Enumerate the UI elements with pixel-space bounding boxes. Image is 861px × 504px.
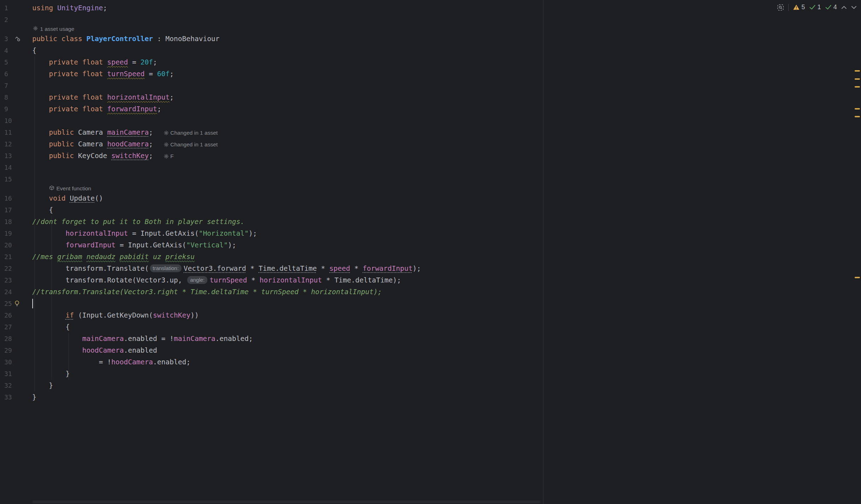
code-token: Camera [78,128,103,136]
stripe-warning-mark[interactable] [855,78,860,80]
warnings-count-item[interactable]: 5 [793,4,805,11]
line-number[interactable]: 7 [0,80,32,91]
code-token: { [66,323,70,331]
code-text[interactable]: hoodCamera.enabled [32,345,157,356]
code-token: .enabled [124,346,157,354]
code-text[interactable]: forwardInput = Input.GetAxis("Vertical")… [32,239,236,251]
inspections-scan-icon[interactable] [777,4,784,11]
code-line: 18//dont forget to put it to Both in pla… [0,216,861,228]
code-text[interactable]: private float horizontalInput; [32,91,174,103]
inlay-hint[interactable]: F [164,153,174,159]
line-number[interactable]: 4 [0,45,32,56]
code-text[interactable]: { [32,45,37,56]
line-number[interactable]: 20 [0,239,32,251]
line-number[interactable]: 5 [0,56,32,68]
code-token: PlayerController [86,35,153,43]
code-text[interactable]: } [32,391,37,403]
stripe-warning-mark[interactable] [855,116,860,117]
code-text[interactable]: } [32,380,53,391]
next-problem-button[interactable] [851,6,857,9]
code-token: private [49,93,78,101]
code-text[interactable]: } [32,368,70,380]
line-number[interactable]: 18 [0,216,32,228]
check-count-item-2[interactable]: 4 [825,4,837,11]
code-vision-hint[interactable]: 1 asset usage [33,26,74,33]
line-number[interactable]: 29 [0,345,32,356]
code-token: private [49,70,78,78]
inlay-hint[interactable]: Changed in 1 asset [164,130,218,136]
code-text[interactable]: public Camera mainCamera;Changed in 1 as… [32,127,218,138]
code-text[interactable]: public Camera hoodCamera;Changed in 1 as… [32,138,218,150]
line-number[interactable]: 22 [0,263,32,274]
stripe-warning-mark[interactable] [855,108,860,110]
code-line: 33} [0,391,861,403]
code-token: //mes [32,253,57,261]
code-text[interactable]: private float turnSpeed = 60f; [32,68,174,80]
line-number[interactable]: 31 [0,368,32,380]
code-token: horizontalInput [107,93,169,101]
line-number[interactable]: 2 [0,14,32,26]
code-text[interactable]: public KeyCode switchKey;F [32,150,174,162]
line-number[interactable]: 14 [0,162,32,173]
check-count-item-1[interactable]: 1 [809,4,821,11]
code-token: ; [149,128,153,136]
stripe-warning-mark[interactable] [855,70,860,72]
editor-lines: 1using UnityEngine;21 asset usage3public… [0,2,861,403]
line-number[interactable]: 16 [0,192,32,204]
stripe-warning-mark[interactable] [855,277,860,278]
line-number[interactable]: 23 [0,274,32,286]
code-token: ; [169,93,174,101]
code-text[interactable]: mainCamera.enabled = !mainCamera.enabled… [32,333,253,345]
line-number[interactable]: 12 [0,138,32,150]
code-text[interactable]: //transform.Translate(Vector3.right * Ti… [32,286,382,298]
code-text[interactable]: { [32,321,70,333]
previous-problem-button[interactable] [841,6,847,9]
code-token: uz [149,253,166,261]
code-text[interactable]: void Update() [32,192,103,204]
inlay-hint[interactable]: Changed in 1 asset [164,141,218,147]
line-number[interactable]: 1 [0,2,32,14]
line-number[interactable]: 33 [0,391,32,403]
override-icon[interactable] [14,35,21,42]
line-number[interactable]: 24 [0,286,32,298]
code-token: ); [393,276,401,284]
code-token: using [32,4,53,12]
code-text[interactable]: if (Input.GetKeyDown(switchKey)) [32,309,199,321]
line-number[interactable]: 19 [0,228,32,239]
code-text[interactable]: //dont forget to put it to Both in playe… [32,216,245,228]
line-number[interactable]: 8 [0,91,32,103]
line-number[interactable]: 15 [0,173,32,185]
code-text[interactable]: horizontalInput = Input.GetAxis("Horizon… [32,228,257,239]
divider [788,4,789,11]
line-number[interactable]: 6 [0,68,32,80]
stripe-warning-mark[interactable] [855,86,860,88]
code-text[interactable]: { [32,204,53,216]
line-number[interactable]: 11 [0,127,32,138]
code-token: forwardInput [66,241,116,249]
code-text[interactable]: public class PlayerController : MonoBeha… [32,33,219,45]
line-number[interactable]: 32 [0,380,32,391]
code-text[interactable]: using UnityEngine; [32,2,107,14]
code-vision-hint[interactable]: Event function [49,185,91,192]
line-number[interactable]: 21 [0,251,32,263]
line-number[interactable]: 13 [0,150,32,162]
line-number[interactable]: 27 [0,321,32,333]
code-text[interactable]: //mes gribam nedaudz pabidit uz prieksu [32,251,195,263]
line-number[interactable]: 9 [0,103,32,115]
code-token [32,70,49,78]
code-token: public [49,140,74,148]
code-text[interactable]: = !hoodCamera.enabled; [32,356,190,368]
bulb-icon[interactable] [14,300,21,307]
line-number[interactable]: 30 [0,356,32,368]
code-token: pabidit [120,253,149,261]
code-text[interactable]: transform.Rotate(Vector3.up, angle:turnS… [32,274,401,286]
horizontal-scrollbar[interactable] [32,500,541,503]
line-number[interactable]: 26 [0,309,32,321]
code-text[interactable]: private float forwardInput; [32,103,161,115]
code-text[interactable]: private float speed = 20f; [32,56,157,68]
line-number[interactable]: 17 [0,204,32,216]
line-number[interactable]: 28 [0,333,32,345]
line-number[interactable]: 10 [0,115,32,127]
code-text[interactable]: transform.Translate(translation:Vector3.… [32,263,421,274]
code-token [32,323,66,331]
